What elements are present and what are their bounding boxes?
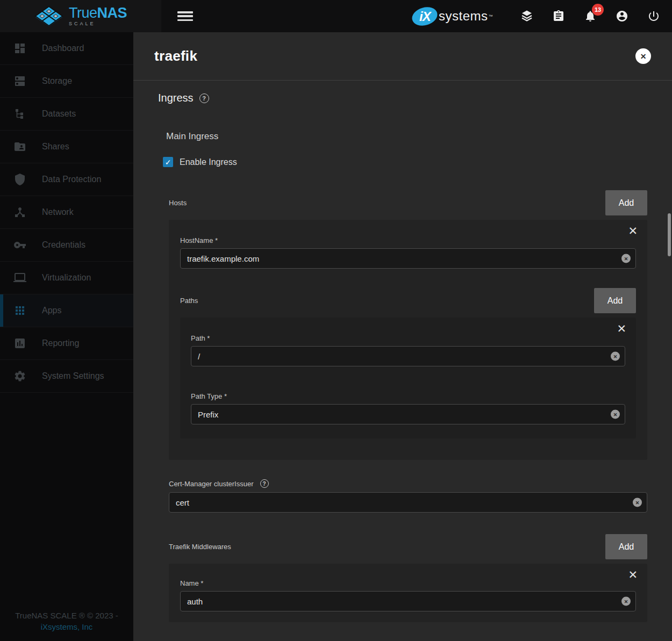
path-type-field: ✕ bbox=[191, 404, 625, 424]
bar-chart-icon bbox=[13, 337, 26, 350]
sidebar-item-label: Apps bbox=[42, 306, 61, 315]
storage-icon bbox=[13, 75, 26, 88]
sidebar-item-datasets[interactable]: Datasets bbox=[0, 98, 133, 131]
path-entry-card: ✕ Path * ✕ Path Type * ✕ bbox=[180, 318, 636, 438]
sidebar-item-label: Dashboard bbox=[42, 44, 84, 53]
cert-manager-input[interactable] bbox=[169, 492, 647, 513]
middlewares-block: Traefik Middlewares Add ✕ Name * ✕ bbox=[169, 534, 647, 622]
hostname-input[interactable] bbox=[180, 248, 636, 269]
network-hub-icon bbox=[13, 206, 26, 219]
enable-ingress-checkbox[interactable]: ✓ bbox=[163, 157, 173, 167]
middlewares-label: Traefik Middlewares bbox=[169, 543, 231, 551]
sidebar-item-reporting[interactable]: Reporting bbox=[0, 327, 133, 360]
sidebar-item-label: Virtualization bbox=[42, 273, 91, 283]
remove-host-button[interactable]: ✕ bbox=[628, 225, 638, 236]
sidebar-item-shares[interactable]: Shares bbox=[0, 131, 133, 163]
sidebar-item-network[interactable]: Network bbox=[0, 196, 133, 229]
sidebar-item-storage[interactable]: Storage bbox=[0, 65, 133, 98]
panel-title: traefik bbox=[154, 48, 197, 64]
copyright-text: TrueNAS SCALE ® © 2023 - bbox=[0, 610, 133, 621]
paths-add-button[interactable]: Add bbox=[594, 288, 636, 313]
path-type-clear-button[interactable]: ✕ bbox=[611, 410, 620, 419]
sidebar-item-data-protection[interactable]: Data Protection bbox=[0, 163, 133, 196]
main-ingress-heading: Main Ingress bbox=[166, 131, 647, 142]
app-config-panel: traefik ✕ Ingress ? Main Ingress ✓ Enabl… bbox=[133, 32, 672, 641]
middleware-entry-card: ✕ Name * ✕ bbox=[169, 564, 647, 622]
clipboard-icon bbox=[552, 10, 565, 23]
sidebar-item-virtualization[interactable]: Virtualization bbox=[0, 262, 133, 294]
ingress-section-header: Ingress ? bbox=[158, 92, 647, 104]
path-clear-button[interactable]: ✕ bbox=[611, 352, 620, 361]
host-entry-card: ✕ HostName * ✕ Paths Add ✕ Path * bbox=[169, 220, 647, 460]
middleware-name-input[interactable] bbox=[180, 591, 636, 611]
ingress-heading: Ingress bbox=[158, 92, 194, 104]
sidebar-item-apps[interactable]: Apps bbox=[0, 294, 133, 327]
truenas-diamond-icon bbox=[34, 5, 63, 27]
panel-header: traefik ✕ bbox=[133, 32, 672, 81]
shield-icon bbox=[13, 173, 26, 186]
sidebar-item-credentials[interactable]: Credentials bbox=[0, 229, 133, 262]
hostname-label: HostName * bbox=[180, 236, 636, 244]
dashboard-icon bbox=[13, 42, 26, 55]
middleware-name-clear-button[interactable]: ✕ bbox=[621, 597, 631, 606]
panel-body: Ingress ? Main Ingress ✓ Enable Ingress … bbox=[133, 81, 672, 622]
path-type-input[interactable] bbox=[191, 404, 625, 424]
stack-icon bbox=[520, 10, 533, 23]
account-circle-icon bbox=[616, 10, 628, 23]
hosts-label: Hosts bbox=[169, 199, 187, 207]
ixsystems-link[interactable]: iXsystems, Inc bbox=[41, 622, 93, 631]
ingress-help-icon[interactable]: ? bbox=[199, 93, 209, 103]
sidebar-item-dashboard[interactable]: Dashboard bbox=[0, 32, 133, 65]
top-bar: TrueNAS SCALE iX systems ™ 13 bbox=[0, 0, 672, 32]
middleware-name-field: ✕ bbox=[180, 591, 636, 611]
remove-path-button[interactable]: ✕ bbox=[617, 323, 626, 334]
account-button[interactable] bbox=[616, 10, 628, 23]
remove-middleware-button[interactable]: ✕ bbox=[628, 569, 638, 580]
notifications-button[interactable]: 13 bbox=[584, 10, 597, 23]
truenas-logo[interactable]: TrueNAS SCALE bbox=[0, 0, 161, 32]
cert-manager-label: Cert-Manager clusterIssuer bbox=[169, 480, 254, 488]
cert-manager-label-row: Cert-Manager clusterIssuer ? bbox=[169, 479, 647, 488]
hosts-block: Hosts Add ✕ HostName * ✕ Paths Add bbox=[169, 190, 647, 460]
power-icon bbox=[647, 10, 660, 23]
topbar-icon-group: 13 bbox=[520, 0, 660, 32]
datasets-tree-icon bbox=[13, 107, 26, 120]
enable-ingress-label: Enable Ingress bbox=[180, 157, 237, 167]
close-panel-button[interactable]: ✕ bbox=[635, 48, 651, 64]
hostname-field: ✕ bbox=[180, 248, 636, 269]
middlewares-add-button[interactable]: Add bbox=[605, 534, 647, 559]
path-field: ✕ bbox=[191, 346, 625, 366]
hostname-clear-button[interactable]: ✕ bbox=[621, 254, 631, 263]
menu-toggle-button[interactable] bbox=[177, 11, 193, 21]
key-icon bbox=[13, 239, 26, 251]
ixsystems-logo[interactable]: iX systems ™ bbox=[412, 0, 493, 32]
jobs-button[interactable] bbox=[552, 10, 565, 23]
paths-block: Paths Add ✕ Path * ✕ Path Type * bbox=[180, 288, 636, 438]
cert-manager-clear-button[interactable]: ✕ bbox=[633, 498, 642, 507]
cert-manager-help-icon[interactable]: ? bbox=[260, 479, 269, 488]
sidebar-nav: Dashboard Storage Datasets Shares Data P… bbox=[0, 32, 133, 641]
sidebar-item-system-settings[interactable]: System Settings bbox=[0, 360, 133, 393]
hosts-add-button[interactable]: Add bbox=[605, 190, 647, 215]
sidebar-item-label: Data Protection bbox=[42, 175, 101, 184]
paths-label: Paths bbox=[180, 297, 198, 305]
path-type-label: Path Type * bbox=[191, 392, 625, 400]
cert-manager-field: ✕ bbox=[169, 492, 647, 513]
sidebar-item-label: Reporting bbox=[42, 338, 79, 348]
sidebar-item-label: Shares bbox=[42, 142, 69, 152]
edition-label: SCALE bbox=[69, 21, 127, 26]
sidebar-item-label: Network bbox=[42, 207, 74, 217]
panel-scrollbar-thumb[interactable] bbox=[668, 213, 671, 256]
middlewares-header: Traefik Middlewares Add bbox=[169, 534, 647, 559]
path-input[interactable] bbox=[191, 346, 625, 366]
apps-grid-icon bbox=[13, 304, 26, 317]
truecommand-button[interactable] bbox=[520, 10, 533, 23]
copyright-footer: TrueNAS SCALE ® © 2023 - iXsystems, Inc bbox=[0, 610, 133, 632]
sidebar-item-label: Credentials bbox=[42, 240, 85, 250]
product-name: TrueNAS bbox=[69, 6, 127, 20]
power-button[interactable] bbox=[647, 10, 660, 23]
enable-ingress-row: ✓ Enable Ingress bbox=[163, 157, 647, 167]
folder-shared-icon bbox=[13, 140, 26, 153]
sidebar-item-label: System Settings bbox=[42, 371, 104, 381]
notification-badge: 13 bbox=[592, 4, 604, 16]
